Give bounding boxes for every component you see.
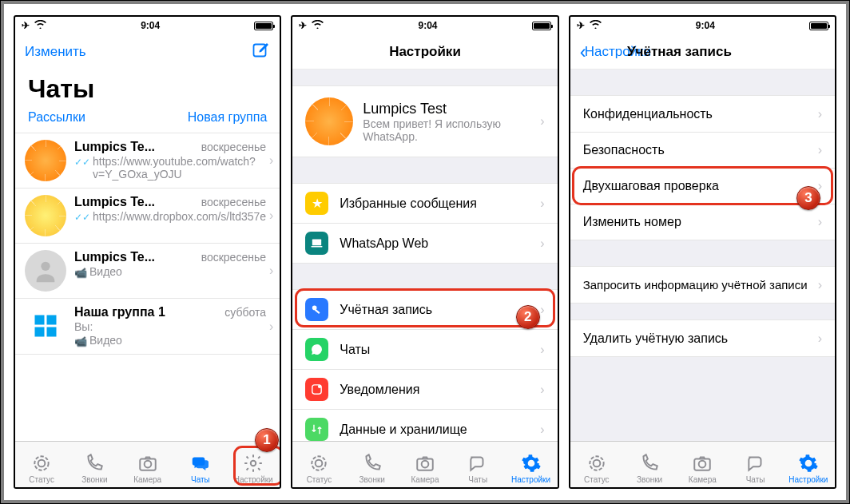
chat-list: Lumpics Te...воскресенье ✓✓https://www.y… xyxy=(15,133,280,441)
chat-row[interactable]: Lumpics Te...воскресенье ✓✓https://www.d… xyxy=(15,189,280,244)
chat-message: https://www.youtube.com/watch?v=Y_GOxa_y… xyxy=(93,155,266,181)
cell-data[interactable]: Данные и хранилище› xyxy=(292,409,557,441)
compose-icon[interactable] xyxy=(251,41,270,64)
cell-label: Конфиденциальность xyxy=(583,107,818,121)
chat-sender: Вы: xyxy=(74,320,266,333)
cell-two-step[interactable]: Двухшаговая проверка› xyxy=(570,168,835,204)
tab-label: Статус xyxy=(307,475,332,484)
svg-rect-4 xyxy=(35,327,45,337)
svg-point-9 xyxy=(144,461,151,468)
whatsapp-icon xyxy=(305,338,328,361)
airplane-icon: ✈︎ xyxy=(22,20,30,31)
highlight-badge-2: 2 xyxy=(516,305,540,329)
chevron-right-icon: › xyxy=(818,107,822,121)
chevron-right-icon: › xyxy=(540,236,544,251)
phone-settings: ✈︎ 9:04 Настройки Lumpics Test Всем прив… xyxy=(291,15,558,489)
cell-notifications[interactable]: Уведомления› xyxy=(292,369,557,409)
chevron-right-icon: › xyxy=(269,208,273,223)
cell-delete-account[interactable]: Удалить учётную запись› xyxy=(570,320,835,356)
svg-point-16 xyxy=(318,385,321,388)
svg-rect-2 xyxy=(35,315,45,325)
chevron-right-icon: › xyxy=(540,196,544,211)
chat-time: воскресенье xyxy=(197,251,266,264)
cell-label: Изменить номер xyxy=(583,215,818,229)
cell-web[interactable]: WhatsApp Web› xyxy=(292,223,557,263)
profile-row[interactable]: Lumpics Test Всем привет! Я использую Wh… xyxy=(292,85,557,157)
status-bar: ✈︎ 9:04 xyxy=(570,17,835,34)
avatar xyxy=(25,140,66,181)
tab-label: Камера xyxy=(689,475,717,484)
tab-camera[interactable]: Камера xyxy=(399,442,451,487)
read-ticks-icon: ✓✓ xyxy=(74,212,90,223)
svg-point-17 xyxy=(312,456,326,470)
tab-status[interactable]: Статус xyxy=(570,442,623,487)
edit-button[interactable]: Изменить xyxy=(25,44,86,60)
chevron-right-icon: › xyxy=(818,215,822,229)
tab-camera[interactable]: Камера xyxy=(121,442,174,487)
page-title: Чаты xyxy=(15,69,280,107)
avatar xyxy=(305,97,353,145)
tab-bar: Статус Звонки Камера Чаты Настройки xyxy=(570,441,835,487)
tab-chats[interactable]: Чаты xyxy=(729,442,781,487)
wifi-icon xyxy=(312,20,324,31)
chevron-right-icon: › xyxy=(269,264,273,278)
cell-change-number[interactable]: Изменить номер› xyxy=(570,204,835,240)
tab-calls[interactable]: Звонки xyxy=(346,442,399,487)
chat-row[interactable]: Наша группа 1суббота Вы: 📹Видео › xyxy=(15,299,280,355)
battery-icon xyxy=(532,22,551,30)
cell-label: Чаты xyxy=(340,343,540,357)
video-icon: 📹 xyxy=(74,335,87,347)
tab-status[interactable]: Статус xyxy=(292,442,345,487)
cell-request-info[interactable]: Запросить информацию учётной записи› xyxy=(570,267,835,303)
read-ticks-icon: ✓✓ xyxy=(74,157,90,168)
chat-row[interactable]: Lumpics Te...воскресенье 📹Видео › xyxy=(15,244,280,299)
chat-message: Видео xyxy=(89,334,122,347)
nav-title: Учётная запись xyxy=(627,44,817,60)
tab-chats[interactable]: Чаты xyxy=(451,442,504,487)
cell-privacy[interactable]: Конфиденциальность› xyxy=(570,96,835,132)
chevron-right-icon: › xyxy=(540,114,544,129)
cell-starred[interactable]: ★ Избранные сообщения› xyxy=(292,184,557,223)
highlight-badge-3: 3 xyxy=(796,186,820,210)
avatar xyxy=(25,195,66,236)
profile-name: Lumpics Test xyxy=(363,101,540,117)
chat-message: https://www.dropbox.com/s/ltd357enxc753k… xyxy=(93,210,266,223)
status-time: 9:04 xyxy=(141,20,160,31)
tab-bar: Статус Звонки Камера Чаты Настройки xyxy=(15,441,280,487)
chat-row[interactable]: Lumpics Te...воскресенье ✓✓https://www.y… xyxy=(15,133,280,189)
new-group-link[interactable]: Новая группа xyxy=(188,110,268,125)
tab-calls[interactable]: Звонки xyxy=(68,442,121,487)
svg-point-7 xyxy=(38,460,46,467)
tab-status[interactable]: Статус xyxy=(15,442,68,487)
broadcasts-link[interactable]: Рассылки xyxy=(28,110,85,125)
chevron-right-icon: › xyxy=(818,143,822,157)
profile-status: Всем привет! Я использую WhatsApp. xyxy=(363,117,514,143)
tab-chats[interactable]: Чаты xyxy=(174,442,227,487)
phone-chats: ✈︎ 9:04 Изменить Чаты Рассылки Новая гру… xyxy=(14,15,281,489)
tab-settings[interactable]: Настройки xyxy=(504,442,557,487)
nav-title: Настройки xyxy=(358,44,491,60)
svg-point-18 xyxy=(316,460,323,467)
notification-icon xyxy=(305,378,328,401)
status-bar: ✈︎ 9:04 xyxy=(15,17,280,34)
cell-security[interactable]: Безопасность› xyxy=(570,132,835,168)
tab-label: Звонки xyxy=(637,475,662,484)
airplane-icon: ✈︎ xyxy=(299,20,307,31)
svg-point-1 xyxy=(41,262,50,271)
tab-calls[interactable]: Звонки xyxy=(623,442,676,487)
chat-name: Lumpics Te... xyxy=(74,140,155,154)
cell-label: Уведомления xyxy=(340,383,540,397)
tab-settings[interactable]: Настройки xyxy=(782,442,835,487)
cell-label: Удалить учётную запись xyxy=(583,331,818,346)
tab-camera[interactable]: Камера xyxy=(676,442,729,487)
status-bar: ✈︎ 9:04 xyxy=(292,17,557,34)
chevron-right-icon: › xyxy=(269,153,273,168)
cell-label: Данные и хранилище xyxy=(340,423,540,437)
svg-point-21 xyxy=(590,456,603,470)
cell-chats[interactable]: Чаты› xyxy=(292,329,557,369)
svg-rect-5 xyxy=(47,327,57,337)
wifi-icon xyxy=(34,20,46,31)
tab-label: Настройки xyxy=(234,475,273,484)
chat-message: Видео xyxy=(89,265,122,278)
svg-rect-11 xyxy=(312,240,321,246)
